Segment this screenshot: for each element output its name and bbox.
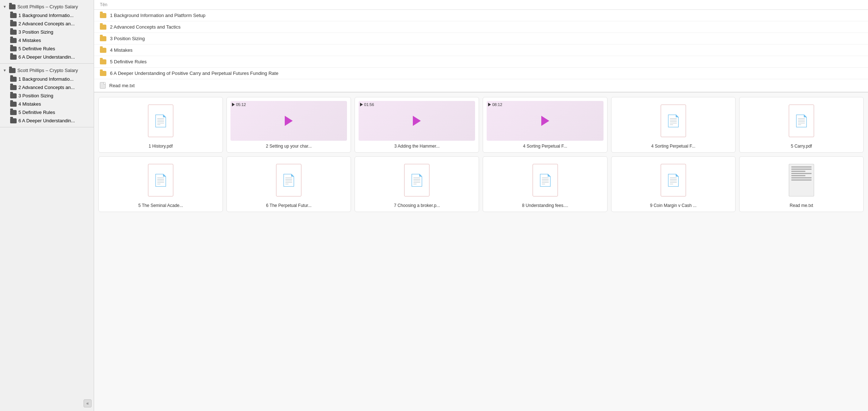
video-preview xyxy=(230,101,347,141)
sidebar-item-label: 2 Advanced Concepts an... xyxy=(18,21,75,26)
play-button[interactable] xyxy=(282,114,295,127)
sidebar-item-2-6[interactable]: 6 A Deeper Understandin... xyxy=(0,116,94,125)
folder-icon xyxy=(9,68,16,73)
video-thumb: 08:12 xyxy=(487,101,603,141)
pdf-icon: 📄 xyxy=(281,173,296,187)
chevron-icon: ▼ xyxy=(3,68,7,72)
folder-icon xyxy=(100,59,106,64)
video-thumb: 01:56 xyxy=(359,101,475,141)
grid-item[interactable]: 📄 9 Coin Margin v Cash ... xyxy=(611,156,736,212)
txt-thumb xyxy=(743,160,860,200)
pdf-thumb: 📄 xyxy=(102,101,219,141)
sidebar-item-1-3[interactable]: 3 Position Sizing xyxy=(0,28,94,36)
grid-item[interactable]: 📄 6 The Perpetual Futur... xyxy=(226,156,351,212)
folder-icon xyxy=(10,21,17,26)
sidebar-root-1[interactable]: ▼ Scott Phillips – Crypto Salary xyxy=(0,2,94,11)
sidebar-item-1-6[interactable]: 6 A Deeper Understandin... xyxy=(0,53,94,61)
sidebar-root-2[interactable]: ▼ Scott Phillips – Crypto Salary xyxy=(0,66,94,75)
pdf-preview: 📄 xyxy=(148,164,173,196)
folder-icon xyxy=(10,46,17,51)
grid-item-label: 4 Sorting Perpetual F... xyxy=(487,144,603,149)
list-row[interactable]: 2 Advanced Concepts and Tactics xyxy=(94,21,868,33)
grid-item[interactable]: 01:56 3 Adding the Hammer... xyxy=(355,97,479,153)
sidebar-item-label: 4 Mistakes xyxy=(18,38,41,43)
grid-container: 📄 1 History.pdf 05:12 2 Setting up your … xyxy=(98,97,864,212)
list-row[interactable]: 1 Background Information and Platform Se… xyxy=(94,10,868,21)
grid-item[interactable]: 05:12 2 Setting up your char... xyxy=(226,97,351,153)
grid-item-label: Read me.txt xyxy=(743,203,860,208)
sidebar-item-label: 1 Background Informatio... xyxy=(18,13,73,18)
list-row[interactable]: Read me.txt xyxy=(94,79,868,92)
video-preview xyxy=(487,101,603,141)
folder-icon xyxy=(10,118,17,123)
grid-item[interactable]: 📄 4 Sorting Perpetual F... xyxy=(611,97,736,153)
pdf-thumb: 📄 xyxy=(615,101,732,141)
list-row-label: Read me.txt xyxy=(109,83,135,88)
list-row[interactable]: 5 Definitive Rules xyxy=(94,56,868,68)
grid-item-label: 6 The Perpetual Futur... xyxy=(230,203,347,208)
pdf-thumb: 📄 xyxy=(230,160,347,200)
play-icon xyxy=(360,103,363,106)
folder-icon xyxy=(100,25,106,30)
sidebar-item-2-4[interactable]: 4 Mistakes xyxy=(0,100,94,108)
list-row[interactable]: 6 A Deeper Understanding of Positive Car… xyxy=(94,68,868,79)
sidebar-root-label-1: Scott Phillips – Crypto Salary xyxy=(17,4,78,9)
sidebar-item-label: 3 Position Sizing xyxy=(18,29,53,35)
sidebar-item-label: 5 Definitive Rules xyxy=(18,46,55,51)
bottom-panel: 📄 1 History.pdf 05:12 2 Setting up your … xyxy=(94,93,868,411)
pdf-preview: 📄 xyxy=(276,164,301,196)
list-row[interactable]: 3 Position Sizing xyxy=(94,33,868,45)
grid-item-label: 2 Setting up your char... xyxy=(230,144,347,149)
folder-icon xyxy=(100,13,106,18)
grid-item[interactable]: 📄 1 History.pdf xyxy=(98,97,223,153)
play-icon xyxy=(488,103,491,106)
grid-item[interactable]: 08:12 4 Sorting Perpetual F... xyxy=(483,97,607,153)
pdf-icon: 📄 xyxy=(410,173,424,187)
grid-item[interactable]: 📄 5 The Seminal Acade... xyxy=(98,156,223,212)
pdf-icon: 📄 xyxy=(538,173,552,187)
sidebar-item-1-2[interactable]: 2 Advanced Concepts an... xyxy=(0,20,94,28)
folder-icon xyxy=(100,71,106,76)
pdf-preview: 📄 xyxy=(533,164,558,196)
sidebar-item-1-4[interactable]: 4 Mistakes xyxy=(0,36,94,45)
sidebar-item-2-3[interactable]: 3 Position Sizing xyxy=(0,92,94,100)
list-header: Tên xyxy=(94,0,868,10)
play-button[interactable] xyxy=(410,114,423,127)
sidebar-item-label: 3 Position Sizing xyxy=(18,93,53,98)
grid-item[interactable]: Read me.txt xyxy=(739,156,864,212)
list-row-label: 3 Position Sizing xyxy=(110,36,145,41)
collapse-button[interactable]: « xyxy=(84,399,92,407)
sidebar-item-2-5[interactable]: 5 Definitive Rules xyxy=(0,108,94,116)
sidebar-item-1-1[interactable]: 1 Background Informatio... xyxy=(0,11,94,20)
sidebar-item-2-1[interactable]: 1 Background Informatio... xyxy=(0,75,94,83)
play-triangle xyxy=(285,116,293,126)
pdf-thumb: 📄 xyxy=(102,160,219,200)
grid-item[interactable]: 📄 5 Carry.pdf xyxy=(739,97,864,153)
list-row[interactable]: 4 Mistakes xyxy=(94,45,868,56)
pdf-preview: 📄 xyxy=(661,164,686,196)
grid-item[interactable]: 📄 8 Understanding fees.... xyxy=(483,156,607,212)
folder-icon xyxy=(10,93,17,98)
video-preview xyxy=(359,101,475,141)
grid-item[interactable]: 📄 7 Choosing a broker.p... xyxy=(355,156,479,212)
sidebar: ▼ Scott Phillips – Crypto Salary 1 Backg… xyxy=(0,0,94,411)
play-icon xyxy=(232,103,235,106)
pdf-thumb: 📄 xyxy=(615,160,732,200)
pdf-icon: 📄 xyxy=(666,114,681,128)
top-panel: Tên 1 Background Information and Platfor… xyxy=(94,0,868,93)
grid-item-label: 7 Choosing a broker.p... xyxy=(359,203,475,208)
sidebar-root-label-2: Scott Phillips – Crypto Salary xyxy=(17,68,78,73)
folder-icon xyxy=(10,110,17,115)
folder-icon xyxy=(10,30,17,35)
play-triangle xyxy=(541,116,549,126)
sidebar-item-2-2[interactable]: 2 Advanced Concepts an... xyxy=(0,83,94,92)
main-content: Tên 1 Background Information and Platfor… xyxy=(94,0,868,411)
play-button[interactable] xyxy=(539,114,552,127)
sidebar-section-2: ▼ Scott Phillips – Crypto Salary 1 Backg… xyxy=(0,64,94,127)
duration-badge: 05:12 xyxy=(232,102,246,107)
pdf-thumb: 📄 xyxy=(743,101,860,141)
folder-icon xyxy=(9,4,16,9)
sidebar-item-1-5[interactable]: 5 Definitive Rules xyxy=(0,45,94,53)
folder-icon xyxy=(100,36,106,41)
list-rows: 1 Background Information and Platform Se… xyxy=(94,10,868,92)
